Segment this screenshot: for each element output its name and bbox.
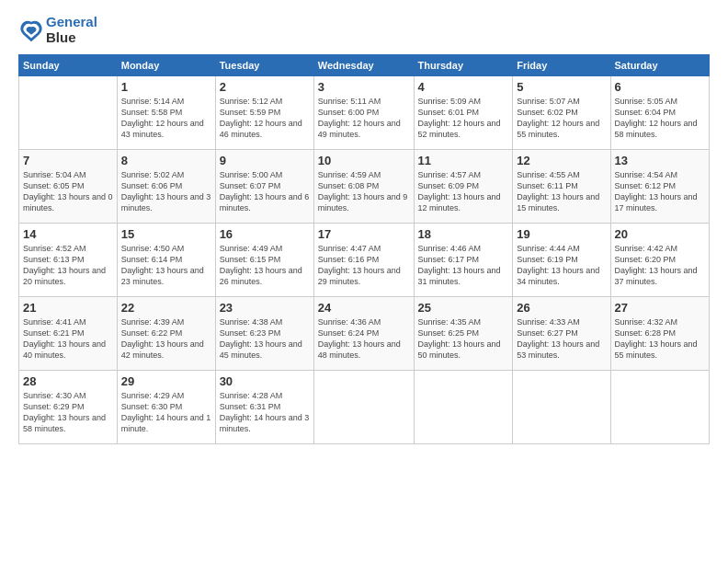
calendar-cell: 28Sunrise: 4:30 AMSunset: 6:29 PMDayligh… (19, 371, 118, 444)
calendar-cell: 10Sunrise: 4:59 AMSunset: 6:08 PMDayligh… (313, 150, 414, 224)
day-number: 11 (418, 154, 509, 167)
calendar-cell: 16Sunrise: 4:49 AMSunset: 6:15 PMDayligh… (215, 224, 313, 297)
calendar-cell: 19Sunrise: 4:44 AMSunset: 6:19 PMDayligh… (513, 224, 610, 297)
calendar-cell (414, 371, 513, 444)
calendar-cell: 25Sunrise: 4:35 AMSunset: 6:25 PMDayligh… (414, 297, 513, 371)
calendar-cell: 18Sunrise: 4:46 AMSunset: 6:17 PMDayligh… (414, 224, 513, 297)
calendar-cell: 23Sunrise: 4:38 AMSunset: 6:23 PMDayligh… (215, 297, 313, 371)
weekday-header-sunday: Sunday (19, 55, 118, 76)
calendar-cell: 1Sunrise: 5:14 AMSunset: 5:58 PMDaylight… (117, 76, 215, 150)
day-number: 3 (318, 80, 410, 94)
calendar-cell: 3Sunrise: 5:11 AMSunset: 6:00 PMDaylight… (313, 76, 414, 150)
calendar-cell: 24Sunrise: 4:36 AMSunset: 6:24 PMDayligh… (313, 297, 414, 371)
day-info: Sunrise: 5:02 AMSunset: 6:06 PMDaylight:… (121, 169, 211, 214)
day-number: 7 (23, 154, 113, 167)
weekday-header-friday: Friday (513, 55, 610, 76)
day-info: Sunrise: 4:55 AMSunset: 6:11 PMDaylight:… (517, 169, 606, 214)
calendar-cell: 14Sunrise: 4:52 AMSunset: 6:13 PMDayligh… (19, 224, 118, 297)
day-number: 21 (23, 301, 113, 315)
calendar-cell: 12Sunrise: 4:55 AMSunset: 6:11 PMDayligh… (513, 150, 610, 224)
day-number: 26 (517, 301, 606, 315)
weekday-header-wednesday: Wednesday (313, 55, 414, 76)
day-info: Sunrise: 4:44 AMSunset: 6:19 PMDaylight:… (517, 243, 606, 288)
calendar-cell: 26Sunrise: 4:33 AMSunset: 6:27 PMDayligh… (513, 297, 610, 371)
day-number: 9 (220, 154, 310, 167)
day-number: 8 (121, 154, 211, 167)
day-info: Sunrise: 4:36 AMSunset: 6:24 PMDaylight:… (318, 316, 410, 362)
day-number: 28 (23, 374, 113, 388)
day-number: 4 (418, 80, 509, 94)
day-number: 6 (615, 80, 705, 94)
calendar-cell: 11Sunrise: 4:57 AMSunset: 6:09 PMDayligh… (414, 150, 513, 224)
page: General Blue SundayMondayTuesdayWednesda… (0, 0, 728, 563)
calendar-cell: 17Sunrise: 4:47 AMSunset: 6:16 PMDayligh… (313, 224, 414, 297)
day-info: Sunrise: 4:49 AMSunset: 6:15 PMDaylight:… (220, 243, 310, 288)
day-number: 1 (121, 80, 211, 94)
day-number: 15 (121, 227, 211, 241)
day-info: Sunrise: 5:11 AMSunset: 6:00 PMDaylight:… (318, 96, 410, 141)
header: General Blue (18, 15, 710, 45)
calendar-cell (513, 371, 610, 444)
day-number: 14 (23, 227, 113, 241)
calendar-cell (610, 371, 709, 444)
day-number: 25 (418, 301, 509, 315)
day-info: Sunrise: 5:12 AMSunset: 5:59 PMDaylight:… (220, 96, 310, 141)
day-info: Sunrise: 4:38 AMSunset: 6:23 PMDaylight:… (220, 316, 310, 362)
day-number: 16 (220, 227, 310, 241)
day-number: 17 (318, 227, 410, 241)
calendar-cell: 27Sunrise: 4:32 AMSunset: 6:28 PMDayligh… (610, 297, 709, 371)
calendar-cell: 21Sunrise: 4:41 AMSunset: 6:21 PMDayligh… (19, 297, 118, 371)
logo-text: General Blue (46, 15, 97, 45)
day-number: 13 (615, 154, 705, 167)
day-info: Sunrise: 5:14 AMSunset: 5:58 PMDaylight:… (121, 96, 211, 141)
calendar-cell (19, 76, 118, 150)
day-number: 24 (318, 301, 410, 315)
day-info: Sunrise: 4:46 AMSunset: 6:17 PMDaylight:… (418, 243, 509, 288)
weekday-header-thursday: Thursday (414, 55, 513, 76)
day-number: 22 (121, 301, 211, 315)
day-info: Sunrise: 4:33 AMSunset: 6:27 PMDaylight:… (517, 316, 606, 362)
day-info: Sunrise: 5:05 AMSunset: 6:04 PMDaylight:… (615, 96, 705, 141)
calendar-cell: 22Sunrise: 4:39 AMSunset: 6:22 PMDayligh… (117, 297, 215, 371)
calendar-table: SundayMondayTuesdayWednesdayThursdayFrid… (18, 54, 710, 444)
day-info: Sunrise: 4:57 AMSunset: 6:09 PMDaylight:… (418, 169, 509, 214)
day-number: 19 (517, 227, 606, 241)
day-number: 29 (121, 374, 211, 388)
day-info: Sunrise: 4:50 AMSunset: 6:14 PMDaylight:… (121, 243, 211, 288)
calendar-cell (313, 371, 414, 444)
day-info: Sunrise: 4:42 AMSunset: 6:20 PMDaylight:… (615, 243, 705, 288)
day-info: Sunrise: 4:35 AMSunset: 6:25 PMDaylight:… (418, 316, 509, 362)
calendar-cell: 29Sunrise: 4:29 AMSunset: 6:30 PMDayligh… (117, 371, 215, 444)
day-info: Sunrise: 4:29 AMSunset: 6:30 PMDaylight:… (121, 390, 211, 435)
day-number: 30 (220, 374, 310, 388)
calendar-cell: 7Sunrise: 5:04 AMSunset: 6:05 PMDaylight… (19, 150, 118, 224)
weekday-header-saturday: Saturday (610, 55, 709, 76)
day-number: 10 (318, 154, 410, 167)
logo: General Blue (18, 15, 97, 45)
calendar-cell: 6Sunrise: 5:05 AMSunset: 6:04 PMDaylight… (610, 76, 709, 150)
day-info: Sunrise: 4:59 AMSunset: 6:08 PMDaylight:… (318, 169, 410, 214)
day-number: 23 (220, 301, 310, 315)
day-number: 12 (517, 154, 606, 167)
day-info: Sunrise: 4:54 AMSunset: 6:12 PMDaylight:… (615, 169, 705, 214)
calendar-cell: 15Sunrise: 4:50 AMSunset: 6:14 PMDayligh… (117, 224, 215, 297)
calendar-cell: 4Sunrise: 5:09 AMSunset: 6:01 PMDaylight… (414, 76, 513, 150)
day-info: Sunrise: 4:28 AMSunset: 6:31 PMDaylight:… (220, 390, 310, 435)
weekday-header-tuesday: Tuesday (215, 55, 313, 76)
day-info: Sunrise: 5:00 AMSunset: 6:07 PMDaylight:… (220, 169, 310, 214)
day-number: 5 (517, 80, 606, 94)
logo-icon (18, 17, 44, 43)
calendar-cell: 30Sunrise: 4:28 AMSunset: 6:31 PMDayligh… (215, 371, 313, 444)
calendar-cell: 20Sunrise: 4:42 AMSunset: 6:20 PMDayligh… (610, 224, 709, 297)
calendar-cell: 9Sunrise: 5:00 AMSunset: 6:07 PMDaylight… (215, 150, 313, 224)
day-info: Sunrise: 5:09 AMSunset: 6:01 PMDaylight:… (418, 96, 509, 141)
day-info: Sunrise: 5:04 AMSunset: 6:05 PMDaylight:… (23, 169, 113, 214)
day-info: Sunrise: 4:30 AMSunset: 6:29 PMDaylight:… (23, 390, 113, 435)
day-number: 2 (220, 80, 310, 94)
day-info: Sunrise: 4:52 AMSunset: 6:13 PMDaylight:… (23, 243, 113, 288)
day-number: 27 (615, 301, 705, 315)
weekday-header-monday: Monday (117, 55, 215, 76)
calendar-cell: 8Sunrise: 5:02 AMSunset: 6:06 PMDaylight… (117, 150, 215, 224)
day-info: Sunrise: 4:41 AMSunset: 6:21 PMDaylight:… (23, 316, 113, 362)
day-number: 20 (615, 227, 705, 241)
